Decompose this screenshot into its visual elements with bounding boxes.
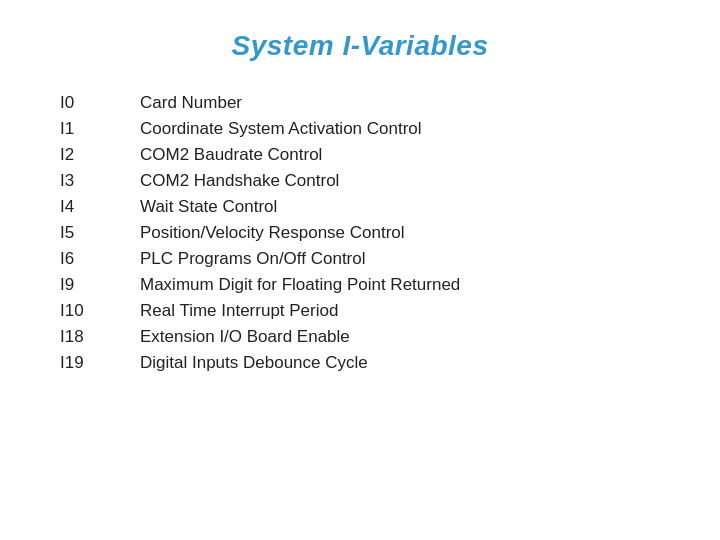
variable-id: I10 — [60, 298, 140, 324]
variable-id: I4 — [60, 194, 140, 220]
variable-description: COM2 Baudrate Control — [140, 142, 660, 168]
variable-id: I1 — [60, 116, 140, 142]
table-row: I9Maximum Digit for Floating Point Retur… — [60, 272, 660, 298]
table-row: I10Real Time Interrupt Period — [60, 298, 660, 324]
variable-description: Extension I/O Board Enable — [140, 324, 660, 350]
variable-id: I0 — [60, 90, 140, 116]
variable-id: I5 — [60, 220, 140, 246]
variable-description: Real Time Interrupt Period — [140, 298, 660, 324]
variable-id: I2 — [60, 142, 140, 168]
variable-description: PLC Programs On/Off Control — [140, 246, 660, 272]
table-row: I4Wait State Control — [60, 194, 660, 220]
variable-id: I6 — [60, 246, 140, 272]
variable-description: Maximum Digit for Floating Point Returne… — [140, 272, 660, 298]
variable-description: Wait State Control — [140, 194, 660, 220]
ivariables-table: I0Card NumberI1Coordinate System Activat… — [60, 90, 660, 376]
page-title: System I-Variables — [232, 30, 489, 62]
variable-description: Coordinate System Activation Control — [140, 116, 660, 142]
variable-description: Card Number — [140, 90, 660, 116]
table-row: I3COM2 Handshake Control — [60, 168, 660, 194]
table-row: I5Position/Velocity Response Control — [60, 220, 660, 246]
table-row: I0Card Number — [60, 90, 660, 116]
variable-id: I9 — [60, 272, 140, 298]
table-row: I2COM2 Baudrate Control — [60, 142, 660, 168]
variable-id: I18 — [60, 324, 140, 350]
table-row: I18Extension I/O Board Enable — [60, 324, 660, 350]
table-row: I19Digital Inputs Debounce Cycle — [60, 350, 660, 376]
variable-id: I3 — [60, 168, 140, 194]
table-row: I1Coordinate System Activation Control — [60, 116, 660, 142]
table-row: I6PLC Programs On/Off Control — [60, 246, 660, 272]
variable-description: COM2 Handshake Control — [140, 168, 660, 194]
variable-description: Position/Velocity Response Control — [140, 220, 660, 246]
variable-description: Digital Inputs Debounce Cycle — [140, 350, 660, 376]
variable-id: I19 — [60, 350, 140, 376]
